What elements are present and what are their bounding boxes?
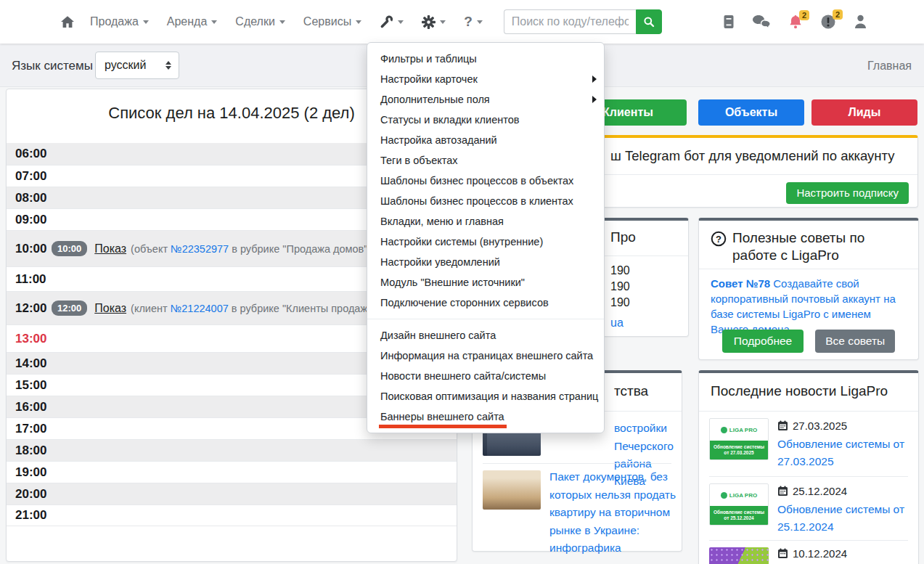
- search-group: [504, 9, 662, 34]
- time-label: 20:00: [7, 487, 52, 502]
- calendar-icon: [777, 486, 788, 496]
- time-label: 21:00: [7, 508, 52, 523]
- schedule-row: 18:00: [7, 439, 457, 461]
- language-select[interactable]: русский: [95, 52, 179, 79]
- calendar-icon: [777, 420, 788, 431]
- menu-item-tabs-menu-main[interactable]: Вкладки, меню и главная: [367, 211, 604, 232]
- tip-all-button[interactable]: Все советы: [815, 330, 895, 353]
- navbar-right-icons: 2 2: [723, 14, 867, 30]
- leads-button[interactable]: Лиды: [811, 99, 917, 126]
- event-time-badge: 10:00: [52, 241, 87, 256]
- tips-title: Полезные советы по работе с LigaPro: [732, 229, 902, 264]
- agency-news-link[interactable]: востройки: [614, 420, 667, 437]
- menu-item-autotasks[interactable]: Настройка автозаданий: [367, 130, 604, 150]
- menu-item-seo[interactable]: Поисковая оптимизация и названия страниц: [367, 386, 604, 406]
- alert-badge: 2: [833, 9, 843, 20]
- nav-settings-menu[interactable]: [422, 15, 446, 29]
- news-link[interactable]: Обновление системы от 25.12.2024: [777, 501, 911, 536]
- date-text: 10.12.2024: [793, 547, 847, 560]
- tips-card: ? Полезные советы по работе с LigaPro Со…: [698, 218, 919, 360]
- svg-text:?: ?: [716, 234, 721, 245]
- language-label: Язык системы: [12, 59, 93, 73]
- client-number-link[interactable]: №21224007: [171, 303, 229, 314]
- top-navbar: Продажа Аренда Сделки Сервисы: [0, 0, 924, 44]
- menu-item-site-design[interactable]: Дизайн внешнего сайта: [367, 325, 604, 346]
- bell-icon[interactable]: 2: [788, 15, 803, 30]
- menu-item-bp-objects[interactable]: Шаблоны бизнес процессов в объектах: [367, 171, 604, 191]
- breadcrumb[interactable]: Главная: [867, 60, 912, 73]
- nav-label: Продажа: [90, 15, 139, 28]
- chevron-down-icon: [279, 20, 285, 24]
- object-number-link[interactable]: №22352977: [171, 243, 229, 255]
- nav-tools-menu[interactable]: [380, 15, 404, 29]
- news-link[interactable]: Обновление системы от 27.03.2025: [777, 436, 911, 470]
- news-thumbnail[interactable]: LIGA PRO Обновление системы от 25.12.202…: [709, 483, 769, 526]
- thumbnail-caption: Обновление системы от 27.03.2025: [710, 441, 768, 459]
- menu-item-notifications[interactable]: Настройки уведомлений: [367, 252, 604, 272]
- menu-item-external-sources[interactable]: Модуль "Внешние источники": [367, 272, 604, 293]
- menu-item-bp-clients[interactable]: Шаблоны бизнес процессов в клиентах: [367, 191, 604, 211]
- divider: [483, 463, 671, 464]
- tip-text: Совет №78 Создавайте свой корпоративный …: [711, 276, 908, 337]
- agency-news-link[interactable]: Пакет документов, без которых нельзя про…: [549, 468, 676, 557]
- chevron-down-icon: [356, 20, 361, 24]
- menu-divider: [367, 319, 604, 319]
- search-input[interactable]: [504, 9, 636, 34]
- tip-number: Совет №78: [711, 277, 770, 290]
- menu-item-object-tags[interactable]: Теги в объектах: [367, 150, 604, 171]
- time-label: 16:00: [7, 400, 52, 414]
- time-label-current: 13:00: [7, 332, 52, 346]
- search-button[interactable]: [636, 9, 662, 34]
- menu-item-site-pages-info[interactable]: Информация на страницах внешнего сайта: [367, 346, 604, 366]
- select-arrows-icon: [165, 61, 171, 70]
- home-icon: [61, 16, 74, 28]
- time-label: 06:00: [7, 147, 52, 161]
- alert-icon[interactable]: 2: [820, 14, 836, 30]
- news-date: 27.03.2025: [777, 420, 847, 432]
- nav-arenda[interactable]: Аренда: [167, 15, 218, 28]
- event-link[interactable]: Показ: [94, 302, 126, 315]
- menu-item-filters[interactable]: Фильтры и таблицы: [367, 49, 604, 69]
- menu-item-card-settings[interactable]: Настройки карточек: [367, 69, 604, 89]
- language-value: русский: [105, 59, 146, 72]
- menu-item-client-statuses[interactable]: Статусы и вкладки клиентов: [367, 110, 604, 130]
- nav-help-menu[interactable]: ?: [464, 14, 483, 30]
- help-icon: ?: [464, 14, 473, 30]
- schedule-row: 21:00: [7, 504, 457, 526]
- bell-badge: 2: [799, 10, 809, 20]
- event-link[interactable]: Показ: [94, 242, 126, 256]
- news-thumbnail[interactable]: НОВОРІЧНІ БОНУСИ!: [709, 547, 769, 564]
- user-icon[interactable]: [854, 15, 867, 29]
- nav-prodazha[interactable]: Продажа: [90, 15, 149, 28]
- agency-news-thumbnail[interactable]: [483, 470, 541, 510]
- chevron-down-icon: [211, 20, 217, 24]
- menu-item-third-party[interactable]: Подключение сторонних сервисов: [367, 293, 604, 313]
- nav-sdelki[interactable]: Сделки: [235, 15, 285, 28]
- objects-button[interactable]: Объекты: [698, 99, 804, 126]
- time-label: 17:00: [7, 422, 52, 436]
- tips-buttons: Подробнее Все советы: [699, 330, 918, 353]
- nav-servisy[interactable]: Сервисы: [303, 15, 361, 28]
- journal-icon[interactable]: [723, 15, 735, 29]
- news-thumbnail[interactable]: LIGA PRO Обновление системы от 27.03.202…: [709, 418, 769, 460]
- menu-item-system-settings[interactable]: Настройки системы (внутренние): [367, 232, 604, 252]
- settings-dropdown-menu: Фильтры и таблицы Настройки карточек Доп…: [367, 42, 605, 433]
- tip-more-button[interactable]: Подробнее: [722, 330, 804, 353]
- chevron-down-icon: [398, 20, 404, 24]
- chat-icon[interactable]: [752, 15, 771, 29]
- nav-label: Сервисы: [303, 15, 351, 28]
- submenu-arrow-icon: [592, 96, 597, 103]
- menu-item-site-news[interactable]: Новости внешнего сайта/системы: [367, 366, 604, 386]
- news-date: 25.12.2024: [777, 485, 847, 497]
- time-label: 10:00: [7, 242, 52, 256]
- chevron-down-icon: [477, 20, 483, 24]
- home-button[interactable]: [61, 16, 74, 28]
- thumbnail-caption: Обновление системы от 25.12.2024: [710, 506, 768, 525]
- ligapro-news-card: Последние новости LigaPro LIGA PRO Обнов…: [698, 370, 919, 564]
- time-label: 18:00: [7, 444, 52, 458]
- news-date: 10.12.2024: [777, 547, 847, 560]
- menu-item-site-banners[interactable]: Баннеры внешнего сайта: [367, 406, 604, 427]
- menu-item-extra-fields[interactable]: Дополнительные поля: [367, 89, 604, 110]
- subscribe-button[interactable]: Настроить подписку: [786, 182, 909, 204]
- divider: [709, 540, 908, 541]
